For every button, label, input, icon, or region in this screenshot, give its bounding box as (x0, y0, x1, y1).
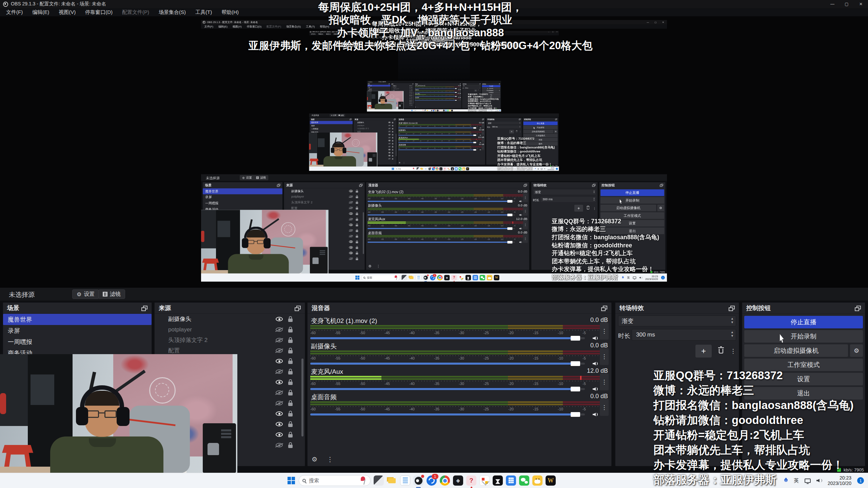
video-tool-icon[interactable] (493, 475, 503, 486)
panel-popout-icon[interactable] (856, 306, 861, 309)
volume-slider-handle[interactable] (571, 336, 580, 341)
panel-popout-icon[interactable] (730, 306, 735, 309)
lock-icon[interactable] (288, 413, 293, 416)
panel-popout-icon (519, 119, 521, 120)
volume-slider[interactable] (310, 336, 585, 341)
calculator-icon[interactable] (506, 475, 516, 486)
channel-menu-button[interactable]: ⋮ (600, 348, 609, 365)
search-input: 搜索 (413, 110, 424, 111)
notes-app-icon[interactable] (400, 475, 410, 486)
lock-icon[interactable] (288, 424, 293, 427)
visibility-eye-icon[interactable] (276, 443, 283, 447)
source-properties-button[interactable]: ⚙ 设置 (72, 289, 99, 299)
lock-icon[interactable] (288, 350, 293, 353)
task-view-icon[interactable] (374, 475, 384, 486)
volume-slider[interactable] (310, 412, 585, 417)
close-button[interactable]: ✕ (854, 0, 868, 8)
remove-transition-button[interactable] (714, 345, 727, 358)
meter-tick-label: -45 (408, 197, 411, 199)
virtual-camera-settings-button[interactable]: ⚙ (850, 344, 863, 357)
visibility-eye-icon[interactable] (276, 327, 283, 332)
add-transition-button[interactable]: + (695, 345, 712, 358)
lock-icon[interactable] (288, 371, 293, 374)
panel-popout-icon[interactable] (603, 306, 607, 309)
start-button[interactable] (287, 476, 296, 485)
menu-item[interactable]: 文件(F) (1, 9, 27, 16)
duration-input[interactable]: 300 ms ▲▼ (632, 329, 736, 341)
minimize-button[interactable]: — (825, 0, 840, 8)
source-filters-button[interactable]: 滤镜 (98, 289, 125, 299)
spinner-chevrons-icon[interactable]: ▲▼ (731, 330, 734, 338)
visibility-eye-icon[interactable] (276, 390, 283, 395)
scene-item[interactable]: 一周嘿报 (3, 336, 152, 347)
menu-item[interactable]: 编辑(E) (27, 9, 54, 16)
volume-slider[interactable] (310, 361, 585, 366)
maximize-button[interactable]: ▢ (840, 0, 854, 8)
volume-slider-handle[interactable] (571, 412, 580, 417)
source-item[interactable]: 头顶掉落文字 2 (155, 335, 305, 345)
panel-popout-icon[interactable] (143, 306, 147, 309)
scene-item[interactable]: 魔兽世界 (3, 314, 152, 325)
webcam-overlay[interactable] (0, 354, 237, 473)
channel-name: 变身飞机02 (1).mov (2) (311, 317, 377, 325)
file-explorer-icon[interactable] (387, 475, 397, 486)
volume-slider[interactable] (310, 386, 585, 392)
cat-app-icon[interactable] (532, 475, 542, 486)
speaker-icon[interactable] (593, 387, 596, 391)
lock-icon[interactable] (288, 434, 293, 438)
visibility-eye-icon[interactable] (276, 422, 283, 426)
scenes-panel-title: 场景 (7, 304, 19, 312)
mixer-settings-icon[interactable]: ⚙ (312, 455, 317, 463)
control-button[interactable]: 开始录制 (744, 330, 863, 343)
program-preview[interactable]: OBS 29.1.3 - 配置文件: 未命名 - 场景: 未命名 — ▢ ✕ 文… (201, 20, 667, 282)
visibility-eye-icon[interactable] (276, 380, 283, 384)
channel-menu-button[interactable]: ⋮ (600, 373, 609, 390)
game-launcher-icon[interactable] (453, 475, 463, 486)
speaker-icon[interactable] (593, 361, 596, 366)
visibility-eye-icon[interactable] (276, 432, 283, 437)
visibility-eye-icon[interactable] (276, 401, 283, 405)
lock-icon[interactable] (288, 445, 293, 448)
speaker-icon[interactable] (593, 336, 596, 341)
control-button[interactable]: 启动虚拟摄像机 (744, 344, 848, 357)
channel-menu-button: ⋮ (523, 234, 528, 243)
search-input[interactable]: 搜索 (299, 475, 371, 486)
mixer-menu-icon[interactable]: ⋮ (327, 455, 333, 463)
source-item[interactable]: 副摄像头 (155, 314, 305, 324)
volume-slider-handle[interactable] (571, 361, 580, 366)
channel-menu-button[interactable]: ⋮ (600, 399, 609, 416)
panel-popout-icon[interactable] (296, 306, 301, 309)
world-of-warcraft-icon[interactable] (546, 475, 556, 486)
sources-scrollbar[interactable] (301, 359, 303, 436)
visibility-eye-icon[interactable] (276, 317, 283, 321)
lock-icon[interactable] (288, 392, 293, 395)
lock-icon[interactable] (288, 319, 293, 322)
remote-desktop-icon[interactable] (479, 475, 490, 486)
obs-studio-icon[interactable] (413, 475, 423, 486)
transition-select[interactable]: 渐变 ▲▼ (618, 316, 736, 326)
visibility-eye-icon[interactable] (276, 338, 283, 342)
scene-item[interactable]: 录屏 (3, 325, 152, 336)
lock-icon[interactable] (288, 361, 293, 364)
control-button[interactable]: 停止直播 (744, 316, 863, 328)
visibility-eye-icon[interactable] (276, 369, 283, 374)
transition-menu-button[interactable]: ⋮ (729, 345, 737, 358)
wechat-icon[interactable] (519, 475, 529, 486)
notification-center-badge[interactable]: 1 (857, 477, 864, 484)
chrome-icon[interactable] (440, 475, 450, 486)
help-app-icon[interactable] (466, 475, 476, 486)
lock-icon[interactable] (288, 382, 293, 385)
lock-icon[interactable] (288, 329, 293, 332)
visibility-eye-icon[interactable] (276, 359, 283, 363)
volume-slider-handle[interactable] (571, 387, 580, 391)
visibility-eye-icon (349, 235, 353, 237)
messaging-app-icon[interactable]: 1 (427, 475, 437, 486)
lock-icon[interactable] (288, 340, 293, 343)
volume-slider-handle (507, 227, 512, 230)
channel-menu-button[interactable]: ⋮ (600, 323, 609, 340)
visibility-eye-icon[interactable] (276, 348, 283, 353)
speaker-icon[interactable] (593, 412, 596, 417)
source-item[interactable]: potplayer (155, 324, 305, 335)
visibility-eye-icon[interactable] (276, 411, 283, 416)
lock-icon[interactable] (288, 403, 293, 406)
